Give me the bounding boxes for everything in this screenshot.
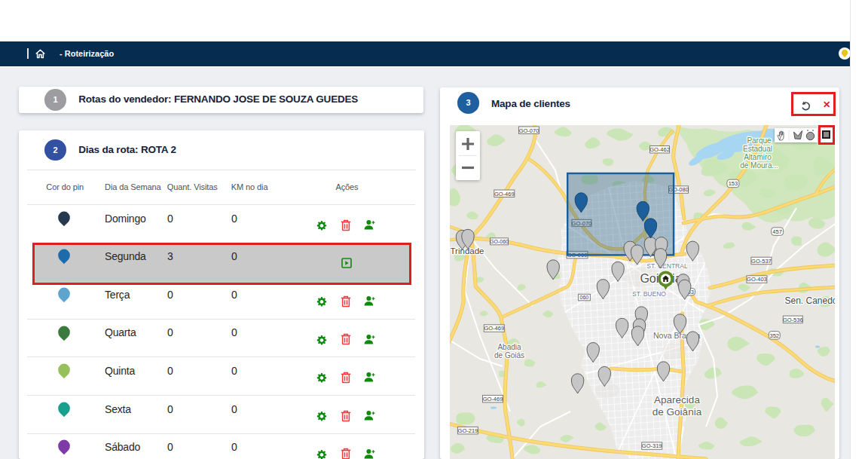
svg-text:457: 457 bbox=[772, 228, 782, 235]
svg-text:Sen. Canedo: Sen. Canedo bbox=[784, 295, 835, 306]
svg-text:GO-469: GO-469 bbox=[484, 325, 504, 332]
svg-text:de Moura...: de Moura... bbox=[740, 161, 778, 170]
svg-text:GO-060: GO-060 bbox=[490, 239, 509, 244]
svg-text:GO-319: GO-319 bbox=[641, 442, 662, 449]
svg-text:GO-219: GO-219 bbox=[457, 427, 478, 434]
svg-text:GO-462: GO-462 bbox=[649, 146, 670, 153]
svg-text:GO-070: GO-070 bbox=[518, 127, 539, 134]
svg-text:GO-469: GO-469 bbox=[494, 191, 514, 197]
svg-text:153: 153 bbox=[728, 180, 738, 187]
svg-text:ST. BUENO: ST. BUENO bbox=[632, 290, 666, 298]
svg-text:de Goiânia: de Goiânia bbox=[652, 406, 701, 418]
svg-text:Aparecida: Aparecida bbox=[654, 394, 700, 405]
svg-text:GO-536: GO-536 bbox=[782, 317, 802, 323]
svg-text:Abadia: Abadia bbox=[497, 343, 521, 351]
svg-text:GO-403: GO-403 bbox=[747, 276, 767, 283]
svg-text:Altamiro: Altamiro bbox=[744, 153, 772, 161]
svg-text:Parque: Parque bbox=[747, 136, 772, 145]
svg-text:060: 060 bbox=[579, 295, 588, 300]
svg-text:GO-537: GO-537 bbox=[751, 258, 772, 265]
svg-text:GO-469: GO-469 bbox=[482, 396, 503, 402]
svg-text:ST. CENTRAL: ST. CENTRAL bbox=[646, 262, 688, 270]
svg-text:352: 352 bbox=[769, 332, 779, 339]
svg-text:Estadual: Estadual bbox=[743, 145, 772, 153]
svg-text:de Goiás: de Goiás bbox=[494, 351, 524, 360]
